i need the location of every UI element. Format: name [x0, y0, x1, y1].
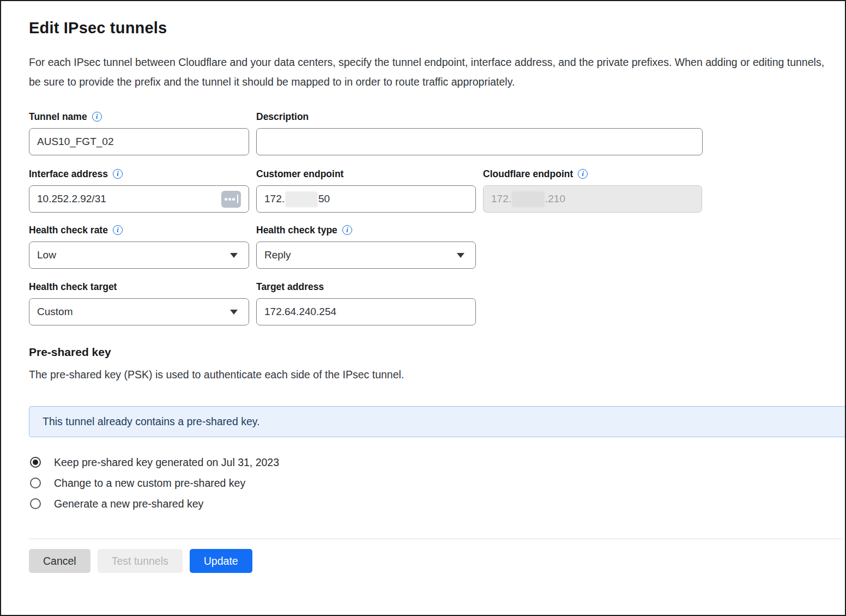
radio-keep-psk-label: Keep pre-shared key generated on Jul 31,… [54, 456, 279, 469]
info-icon[interactable]: i [578, 169, 588, 179]
tunnel-name-label: Tunnel name [29, 111, 87, 123]
health-check-type-label-line: Health check type i [256, 224, 476, 237]
cloudflare-endpoint-field: Cloudflare endpoint i 172. .210 [483, 167, 702, 213]
form-row-3: Health check rate i Low Health check typ… [29, 224, 845, 269]
test-tunnels-button[interactable]: Test tunnels [98, 549, 183, 573]
radio-custom-psk-label: Change to a new custom pre-shared key [54, 477, 245, 490]
customer-endpoint-value-suffix: 50 [318, 193, 330, 205]
interface-address-label: Interface address [29, 168, 108, 180]
target-address-input[interactable] [256, 298, 476, 325]
radio-button[interactable] [30, 478, 41, 488]
health-check-type-select[interactable]: Reply [256, 241, 476, 269]
health-check-type-value: Reply [264, 249, 457, 261]
cancel-button[interactable]: Cancel [29, 549, 90, 573]
radio-custom-psk[interactable]: Change to a new custom pre-shared key [29, 475, 845, 491]
cloudflare-endpoint-value-prefix: 172. [491, 193, 511, 205]
customer-endpoint-label: Customer endpoint [256, 168, 343, 180]
form-row-4: Health check target Custom Target addres… [29, 280, 845, 325]
target-address-field: Target address [256, 280, 476, 325]
tunnel-name-label-line: Tunnel name i [29, 110, 249, 123]
health-check-rate-label: Health check rate [29, 225, 108, 236]
cloudflare-endpoint-label: Cloudflare endpoint [483, 168, 573, 180]
description-field: Description [256, 110, 703, 155]
target-address-label: Target address [256, 281, 324, 293]
psk-description: The pre-shared key (PSK) is used to auth… [29, 369, 845, 381]
health-check-target-select[interactable]: Custom [29, 298, 249, 325]
interface-address-input[interactable]: 10.252.2.92/31 [29, 185, 249, 213]
info-icon[interactable]: i [113, 225, 123, 235]
cloudflare-endpoint-value-suffix: .210 [545, 193, 565, 205]
cloudflare-endpoint-label-line: Cloudflare endpoint i [483, 167, 702, 180]
interface-address-field: Interface address i 10.252.2.92/31 [29, 167, 249, 213]
tunnel-name-field: Tunnel name i [29, 110, 249, 155]
info-icon[interactable]: i [92, 112, 102, 122]
intro-text: For each IPsec tunnel between Cloudflare… [29, 52, 830, 92]
interface-address-value: 10.252.2.92/31 [37, 193, 221, 205]
info-icon[interactable]: i [113, 169, 123, 179]
chevron-down-icon [230, 253, 238, 258]
description-input[interactable] [256, 128, 703, 155]
health-check-target-label-line: Health check target [29, 280, 249, 293]
health-check-target-value: Custom [37, 306, 230, 318]
description-label: Description [256, 111, 309, 123]
edit-ipsec-tunnels-dialog: Edit IPsec tunnels For each IPsec tunnel… [0, 0, 846, 616]
description-label-line: Description [256, 110, 703, 123]
chevron-down-icon [457, 253, 464, 258]
interface-address-label-line: Interface address i [29, 167, 249, 180]
psk-banner-message: This tunnel already contains a pre-share… [43, 415, 260, 428]
target-address-label-line: Target address [256, 280, 476, 293]
health-check-rate-value: Low [37, 249, 230, 261]
footer-divider [29, 539, 843, 539]
footer-actions: Cancel Test tunnels Update [29, 549, 845, 573]
health-check-type-field: Health check type i Reply [256, 224, 476, 269]
psk-info-banner: This tunnel already contains a pre-share… [29, 406, 845, 437]
psk-radio-group: Keep pre-shared key generated on Jul 31,… [29, 455, 845, 511]
radio-generate-psk-label: Generate a new pre-shared key [54, 498, 203, 510]
tunnel-name-input[interactable] [29, 128, 249, 155]
cloudflare-endpoint-input: 172. .210 [483, 185, 702, 213]
input-ellipsis-icon[interactable] [221, 191, 241, 208]
radio-button[interactable] [30, 457, 41, 468]
health-check-target-field: Health check target Custom [29, 280, 249, 325]
radio-button[interactable] [30, 498, 41, 509]
health-check-rate-select[interactable]: Low [29, 241, 249, 269]
redacted-segment [512, 192, 544, 207]
info-icon[interactable]: i [342, 225, 352, 235]
update-button[interactable]: Update [190, 549, 252, 573]
health-check-rate-field: Health check rate i Low [29, 224, 249, 269]
page-title: Edit IPsec tunnels [29, 19, 845, 37]
customer-endpoint-value-prefix: 172. [264, 193, 285, 205]
radio-keep-psk[interactable]: Keep pre-shared key generated on Jul 31,… [29, 455, 845, 470]
health-check-rate-label-line: Health check rate i [29, 224, 249, 237]
health-check-target-label: Health check target [29, 281, 117, 293]
redacted-segment [286, 192, 317, 207]
radio-generate-psk[interactable]: Generate a new pre-shared key [29, 496, 845, 511]
psk-heading: Pre-shared key [29, 346, 845, 359]
customer-endpoint-label-line: Customer endpoint [256, 167, 476, 180]
form-row-2: Interface address i 10.252.2.92/31 Custo… [29, 167, 845, 213]
health-check-type-label: Health check type [256, 225, 337, 236]
chevron-down-icon [230, 310, 238, 315]
form-row-1: Tunnel name i Description [29, 110, 845, 155]
customer-endpoint-input[interactable]: 172. 50 [256, 185, 476, 213]
customer-endpoint-field: Customer endpoint 172. 50 [256, 167, 476, 213]
